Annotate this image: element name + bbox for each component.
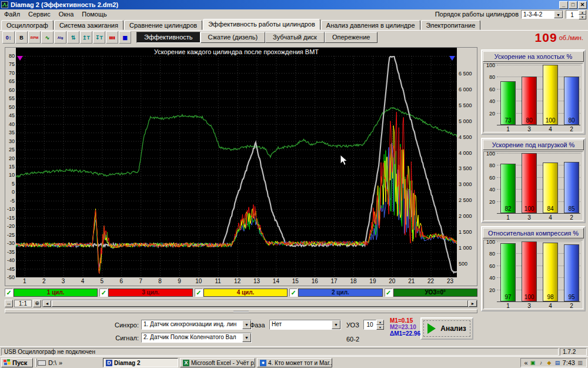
left-axis-tick: 80	[5, 53, 15, 59]
menu-item-Помощь[interactable]: Помощь	[78, 10, 111, 18]
trigger-up-icon[interactable]: ↥T	[80, 31, 92, 44]
subtab-Зубчатый диск[interactable]: Зубчатый диск	[265, 32, 325, 43]
spin-up-icon[interactable]: ▲	[376, 320, 384, 325]
legend-checkbox[interactable]: ✓	[99, 289, 108, 297]
start-button[interactable]: Пуск	[1, 358, 33, 367]
tray-chevron-icon[interactable]: «	[524, 359, 527, 366]
statusbar: USB Осциллограф не подключен 1.7.2	[0, 346, 588, 356]
tab-Анализ давления в цилиндре[interactable]: Анализ давления в цилиндре	[321, 20, 420, 30]
waveform-icon[interactable]: ∿	[41, 31, 54, 44]
phase-select[interactable]: Нет ▼	[269, 320, 341, 330]
x-axis-tick: 2	[39, 278, 49, 284]
histogram-icon[interactable]: ▮▮▮	[106, 31, 118, 44]
quick-label[interactable]: D:\	[48, 359, 56, 366]
legend-checkbox[interactable]: ✓	[289, 289, 298, 297]
tab-Эффективность работы цилиндров[interactable]: Эффективность работы цилиндров	[203, 19, 320, 30]
close-button[interactable]: ✕	[578, 1, 587, 9]
panel-x-label: 4	[543, 214, 558, 221]
chevron-right-icon[interactable]: »	[59, 359, 62, 366]
network-icon[interactable]: ▣	[530, 360, 536, 366]
sync-select[interactable]: 1. Датчик синхронизации инд. лин ▼	[141, 320, 252, 330]
subtab-Эффективность[interactable]: Эффективность	[136, 32, 201, 43]
panel-gridline	[497, 65, 580, 65]
legend-label[interactable]: УОЗ=0°	[393, 289, 477, 297]
tab-Электропитание[interactable]: Электропитание	[421, 20, 481, 30]
spin-up-icon[interactable]: ▲	[579, 10, 586, 15]
algorithm-icon[interactable]: Alg	[54, 31, 66, 44]
subtab-Сжатие (дизель)[interactable]: Сжатие (дизель)	[201, 32, 266, 43]
chevron-down-icon[interactable]: ▼	[332, 320, 340, 329]
sync-arrows-icon[interactable]: ⇅	[67, 31, 79, 44]
splitter-grip[interactable]	[233, 311, 249, 312]
panel-header-0[interactable]: Ускорение на холостых %	[483, 51, 584, 62]
legend-label[interactable]: 3 цил.	[108, 289, 192, 297]
chevron-down-icon[interactable]: ▼	[554, 11, 563, 18]
signal-select[interactable]: 2. Датчик Полож Коленчатого Вал ▼	[141, 333, 252, 343]
grid-icon[interactable]: ▦	[119, 31, 131, 44]
right-axis-tick: 2 500	[459, 197, 477, 203]
menu-item-Сервис[interactable]: Сервис	[24, 10, 55, 18]
chart-scrollbar[interactable]: ◄ ►	[42, 300, 477, 307]
app-icon	[1, 1, 8, 8]
chevron-down-icon[interactable]: ▼	[242, 333, 251, 342]
language-icon[interactable]: ▥	[577, 360, 583, 366]
toolbar-grip[interactable]	[35, 359, 37, 367]
scroll-left-icon[interactable]: ◄	[43, 300, 51, 307]
analyze-button[interactable]: Анализ	[420, 317, 473, 340]
left-axis-tick: 70	[5, 70, 15, 76]
marker-m1[interactable]	[17, 56, 23, 61]
panel-plot-2: 100806040209711003984952	[483, 240, 583, 309]
legend-label[interactable]: 4 цил.	[203, 289, 288, 297]
left-axis-tick: 20	[5, 155, 15, 161]
task-button-Diamag 2[interactable]: DDiamag 2	[103, 358, 178, 367]
oscillogram-canvas[interactable]	[16, 56, 457, 277]
trigger-down-icon[interactable]: ↧T	[93, 31, 105, 44]
menu-item-Файл[interactable]: Файл	[0, 10, 24, 18]
cylinder-order-select[interactable]: 1-3-4-2 ▼	[521, 10, 563, 19]
cylinder-number-spinner[interactable]: 1 ▲▼	[566, 10, 586, 19]
task-button-Microsoft Excel - Учёт р....[interactable]: XMicrosoft Excel - Учёт р....	[180, 358, 255, 367]
legend-checkbox[interactable]: ✓	[195, 289, 203, 297]
maximize-button[interactable]: □	[569, 1, 577, 9]
legend-checkbox[interactable]: ✓	[5, 289, 13, 297]
bar-cyl-4: 98	[543, 243, 558, 301]
bar-value: 100	[522, 294, 536, 300]
right-axis-tick: 4 500	[459, 134, 477, 140]
tab-Сравнение цилиндров[interactable]: Сравнение цилиндров	[124, 20, 202, 30]
left-axis-tick: -5	[5, 198, 15, 204]
zero-shift-icon[interactable]: 0↕	[2, 31, 15, 44]
bar-value: 97	[501, 294, 515, 300]
usb-icon[interactable]: ◆	[546, 360, 553, 366]
zoom-reset-button[interactable]: ↔	[5, 300, 13, 307]
rpm-unit: об./мин.	[559, 34, 583, 41]
panel-y-tick: 20	[485, 111, 495, 117]
tab-Осциллограф[interactable]: Осциллограф	[1, 20, 54, 30]
spin-down-icon[interactable]: ▼	[376, 325, 384, 330]
panel-y-tick: 60	[485, 263, 495, 269]
subtab-Опережение[interactable]: Опережение	[325, 32, 378, 43]
m1-readout: M1=0.15	[390, 317, 420, 324]
volume-icon[interactable]: ♪	[538, 360, 544, 366]
phase-value: Нет	[270, 320, 332, 329]
tab-Система зажигания[interactable]: Система зажигания	[54, 20, 123, 30]
display-icon[interactable]: ▤	[554, 360, 561, 366]
left-axis-tick: 35	[5, 130, 15, 135]
panel-header-2[interactable]: Относительная компрессия %	[483, 228, 584, 238]
menu-item-Окна[interactable]: Окна	[55, 10, 78, 18]
marker-m2[interactable]	[449, 56, 455, 61]
rpm-icon[interactable]: RPM	[28, 31, 41, 44]
bold-icon[interactable]: B	[15, 31, 28, 44]
legend-label[interactable]: 2 цил.	[298, 289, 382, 297]
task-button-4. Кто может тот и Маг....[interactable]: ●4. Кто может тот и Маг....	[257, 358, 332, 367]
splitter-bar[interactable]	[5, 309, 477, 313]
main-chart-panel: Ускорение каждого цилиндра после прохожд…	[5, 47, 477, 286]
uoz-spinner[interactable]: 10 ▲▼	[363, 320, 384, 330]
toolbar: 0↕BRPM∿Alg⇅↥T↧T▮▮▮▦ ЭффективностьСжатие …	[0, 30, 588, 44]
legend-label[interactable]: 1 цил.	[14, 289, 98, 297]
crosshair-button[interactable]: ⊕	[33, 300, 41, 307]
panel-header-1[interactable]: Ускорение под нагрузкой %	[483, 140, 584, 150]
legend-checkbox[interactable]: ✓	[385, 289, 393, 297]
scrollbar-thumb[interactable]	[52, 300, 468, 307]
scroll-right-icon[interactable]: ►	[469, 300, 477, 307]
minimize-button[interactable]: _	[559, 1, 568, 9]
